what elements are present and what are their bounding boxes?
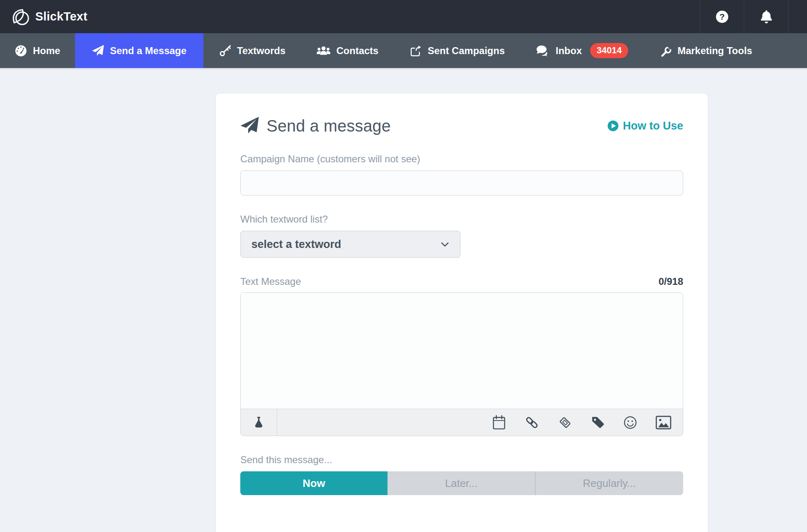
ticket-icon[interactable] bbox=[558, 415, 572, 430]
bell-icon bbox=[760, 10, 773, 23]
key-icon bbox=[219, 45, 231, 57]
nav-item-send-a-message[interactable]: Send a Message bbox=[75, 33, 203, 68]
help-icon: ? bbox=[716, 10, 729, 23]
chevron-down-icon bbox=[440, 239, 450, 250]
nav-item-textwords[interactable]: Textwords bbox=[203, 33, 301, 68]
gauge-icon bbox=[15, 45, 27, 57]
nav-label: Marketing Tools bbox=[677, 45, 752, 57]
textword-list-label: Which textword list? bbox=[240, 214, 683, 225]
brand-name: SlickText bbox=[35, 10, 87, 23]
nav-label: Inbox bbox=[556, 45, 582, 57]
main-nav: Home Send a Message Textwords bbox=[0, 33, 807, 68]
tag-icon[interactable] bbox=[591, 416, 605, 430]
send-regularly-button[interactable]: Regularly... bbox=[536, 471, 683, 495]
paper-plane-icon bbox=[240, 116, 259, 135]
test-message-button[interactable] bbox=[241, 409, 277, 436]
image-icon[interactable] bbox=[656, 416, 671, 430]
wrench-icon bbox=[659, 45, 672, 57]
slicktext-logo bbox=[11, 7, 30, 26]
message-composer bbox=[240, 292, 683, 436]
calendar-icon[interactable] bbox=[492, 415, 506, 430]
notifications-button[interactable] bbox=[744, 0, 788, 33]
play-circle-icon bbox=[607, 120, 619, 132]
send-later-button[interactable]: Later... bbox=[388, 471, 536, 495]
composer-toolbar bbox=[241, 409, 683, 436]
share-icon bbox=[410, 45, 422, 57]
spacer bbox=[277, 409, 492, 436]
inbox-unread-badge: 34014 bbox=[590, 43, 628, 58]
how-to-use-link[interactable]: How to Use bbox=[607, 120, 683, 132]
send-mode-label: Send this message... bbox=[240, 454, 683, 466]
nav-label: Textwords bbox=[237, 45, 285, 57]
comments-icon bbox=[536, 45, 550, 57]
flask-icon bbox=[252, 416, 265, 429]
textword-select[interactable]: select a textword bbox=[240, 231, 460, 258]
page-title: Send a message bbox=[267, 117, 391, 135]
nav-item-sent-campaigns[interactable]: Sent Campaigns bbox=[394, 33, 520, 68]
campaign-name-input[interactable] bbox=[240, 171, 683, 196]
users-icon bbox=[317, 45, 331, 57]
smiley-icon[interactable] bbox=[623, 416, 637, 430]
nav-item-home[interactable]: Home bbox=[0, 33, 75, 68]
card-header: Send a message How to Use bbox=[240, 116, 683, 135]
textword-select-value: select a textword bbox=[251, 238, 341, 251]
link-icon[interactable] bbox=[524, 415, 539, 430]
nav-item-marketing-tools[interactable]: Marketing Tools bbox=[644, 33, 768, 68]
nav-item-contacts[interactable]: Contacts bbox=[301, 33, 394, 68]
top-bar: SlickText ? bbox=[0, 0, 807, 33]
send-mode-segmented-control: Now Later... Regularly... bbox=[240, 471, 683, 495]
nav-label: Contacts bbox=[336, 45, 378, 57]
message-label-row: Text Message 0/918 bbox=[240, 276, 683, 287]
help-button[interactable]: ? bbox=[700, 0, 744, 33]
spacer bbox=[789, 0, 807, 33]
nav-label: Send a Message bbox=[110, 45, 187, 57]
character-counter: 0/918 bbox=[659, 276, 683, 287]
nav-item-inbox[interactable]: Inbox 34014 bbox=[520, 33, 644, 68]
text-message-label: Text Message bbox=[240, 276, 301, 287]
nav-label: Home bbox=[33, 45, 60, 57]
svg-text:?: ? bbox=[719, 12, 725, 21]
paper-plane-icon bbox=[92, 45, 104, 57]
how-to-use-label: How to Use bbox=[623, 120, 683, 132]
brand[interactable]: SlickText bbox=[0, 0, 700, 33]
send-message-card: Send a message How to Use Campaign Name … bbox=[216, 93, 708, 532]
campaign-name-label: Campaign Name (customers will not see) bbox=[240, 153, 683, 165]
nav-label: Sent Campaigns bbox=[428, 45, 505, 57]
send-now-button[interactable]: Now bbox=[240, 471, 388, 495]
message-textarea[interactable] bbox=[241, 293, 683, 409]
